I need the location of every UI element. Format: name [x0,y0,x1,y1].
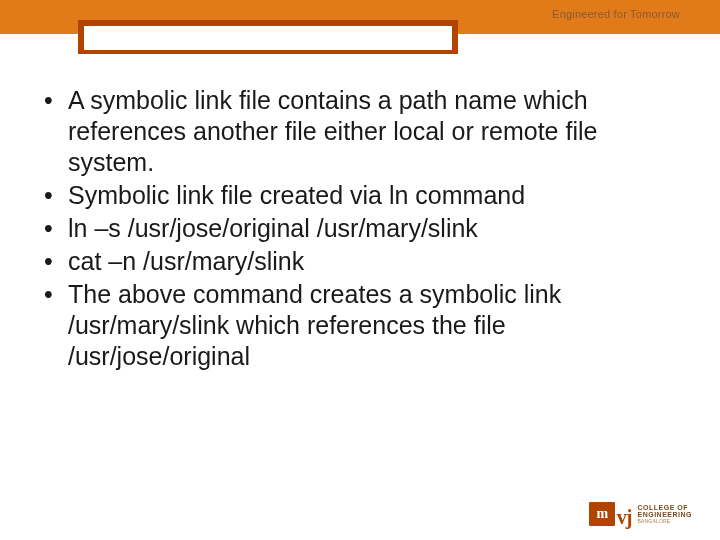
logo-mark-suffix: vj [617,506,632,529]
slide: Engineered for Tomorrow A symbolic link … [0,0,720,540]
logo-text: COLLEGE OF ENGINEERING BANGALORE [637,504,692,524]
list-item: Symbolic link file created via ln comman… [42,180,662,211]
logo-line1: COLLEGE OF [637,504,692,511]
logo-line2: ENGINEERING [637,511,692,518]
list-item: A symbolic link file contains a path nam… [42,85,662,178]
content-area: A symbolic link file contains a path nam… [42,85,662,374]
footer-logo: m vj COLLEGE OF ENGINEERING BANGALORE [589,502,692,526]
logo-icon: m [589,502,615,526]
list-item: cat –n /usr/mary/slink [42,246,662,277]
list-item: The above command creates a symbolic lin… [42,279,662,372]
list-item: ln –s /usr/jose/original /usr/mary/slink [42,213,662,244]
bullet-list: A symbolic link file contains a path nam… [42,85,662,372]
logo-line3: BANGALORE [637,519,692,524]
header-tagline: Engineered for Tomorrow [552,8,680,20]
logo-mark: m [596,506,607,522]
header-notch-inner [84,26,452,50]
